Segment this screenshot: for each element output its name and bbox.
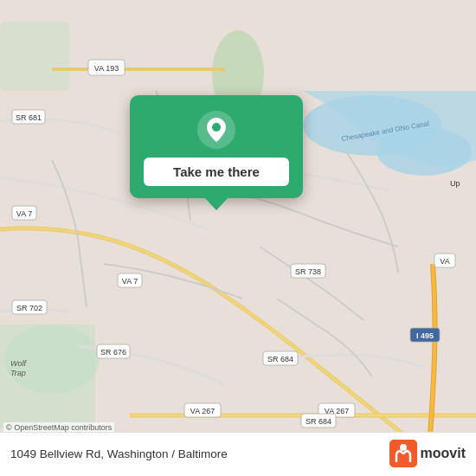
popup-card: Take me there — [130, 95, 303, 198]
svg-text:Wolf: Wolf — [10, 359, 27, 368]
svg-text:SR 676: SR 676 — [100, 348, 126, 357]
svg-text:Trap: Trap — [10, 369, 26, 377]
svg-point-41 — [400, 444, 407, 451]
svg-text:VA 7: VA 7 — [16, 209, 32, 218]
bottom-bar: 1049 Bellview Rd, Washington / Baltimore… — [0, 432, 476, 476]
moovit-logo: moovit — [389, 440, 466, 467]
address-text: 1049 Bellview Rd, Washington / Baltimore — [10, 447, 228, 460]
svg-text:SR 684: SR 684 — [267, 355, 293, 363]
svg-text:SR 681: SR 681 — [16, 113, 42, 122]
svg-rect-3 — [0, 22, 69, 91]
svg-text:Up: Up — [450, 179, 460, 188]
svg-text:VA 267: VA 267 — [190, 407, 215, 415]
map-container: VA 193 SR 681 SR 738 VA 7 VA 7 SR 738 SR… — [0, 0, 476, 476]
svg-text:SR 684: SR 684 — [306, 417, 331, 426]
svg-text:I 495: I 495 — [416, 331, 434, 340]
take-me-there-button[interactable]: Take me there — [144, 158, 289, 186]
map-svg: VA 193 SR 681 SR 738 VA 7 VA 7 SR 738 SR… — [0, 0, 476, 476]
moovit-text: moovit — [421, 446, 466, 461]
location-pin-icon — [197, 111, 235, 149]
svg-text:VA: VA — [440, 257, 449, 266]
svg-text:SR 702: SR 702 — [16, 304, 42, 312]
svg-text:SR 738: SR 738 — [295, 267, 321, 276]
svg-text:VA 7: VA 7 — [122, 277, 138, 286]
moovit-logo-icon — [389, 440, 417, 467]
svg-text:VA 193: VA 193 — [94, 64, 119, 73]
svg-point-39 — [212, 123, 221, 132]
